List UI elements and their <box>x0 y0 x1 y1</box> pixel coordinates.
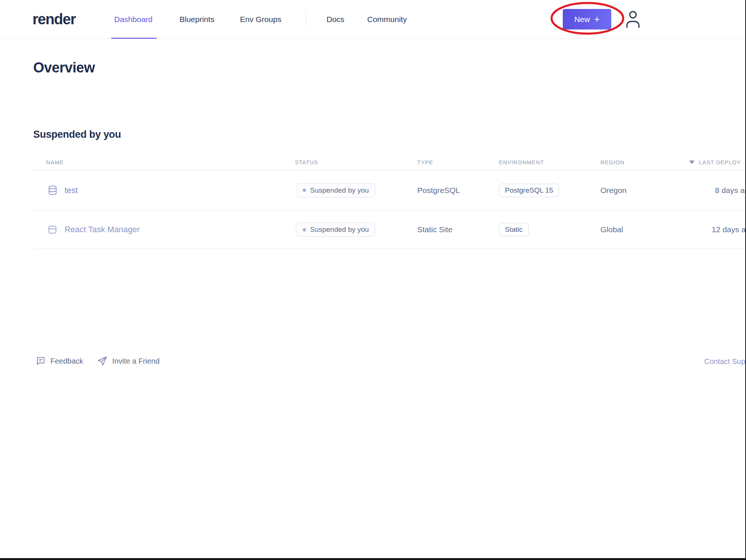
column-header-type[interactable]: TYPE <box>417 159 433 165</box>
column-header-environment[interactable]: ENVIRONMENT <box>499 159 544 165</box>
status-cell: Suspended by you <box>296 183 375 197</box>
invite-a-friend-link[interactable]: Invite a Friend <box>97 356 160 366</box>
column-header-last-deploy[interactable]: LAST DEPLOY <box>689 159 741 165</box>
sort-descending-icon <box>689 161 695 164</box>
nav-community-label: Community <box>367 15 407 24</box>
nav-docs-label: Docs <box>327 15 344 24</box>
nav-item-env-groups[interactable]: Env Groups <box>240 0 281 38</box>
section-title-suspended: Suspended by you <box>33 129 121 140</box>
type-cell: Static Site <box>417 225 453 234</box>
status-dot-icon <box>303 189 306 192</box>
status-badge: Suspended by you <box>296 223 375 237</box>
footer: Feedback Invite a Friend <box>36 354 160 368</box>
service-name-link[interactable]: test <box>65 186 78 195</box>
region-cell: Oregon <box>600 186 627 195</box>
table-row[interactable]: test Suspended by you PostgreSQL Postgre… <box>33 170 746 211</box>
render-dashboard-page: render Dashboard Blueprints Env Groups D… <box>0 0 746 560</box>
render-logo[interactable]: render <box>32 0 76 38</box>
page-title: Overview <box>33 60 95 76</box>
column-header-last-deploy-label: LAST DEPLOY <box>699 159 741 165</box>
feedback-label: Feedback <box>50 357 83 365</box>
new-button[interactable]: New + <box>563 9 611 29</box>
table-row[interactable]: React Task Manager Suspended by you Stat… <box>33 211 746 249</box>
nav-dashboard-label: Dashboard <box>114 15 153 24</box>
status-badge-label: Suspended by you <box>310 225 369 234</box>
environment-badge-label: Static <box>505 225 523 234</box>
contact-support-link[interactable]: Contact Support <box>704 357 746 366</box>
nav-item-community[interactable]: Community <box>367 0 407 38</box>
environment-badge-label: PostgreSQL 15 <box>505 186 553 195</box>
static-site-icon <box>48 225 57 234</box>
last-deploy-cell: 8 days ago <box>715 186 746 195</box>
nav-item-dashboard[interactable]: Dashboard <box>114 0 153 38</box>
invite-label: Invite a Friend <box>112 357 160 365</box>
person-icon <box>625 10 641 28</box>
status-badge-label: Suspended by you <box>310 186 369 195</box>
environment-cell: Static <box>499 223 529 236</box>
status-badge: Suspended by you <box>296 183 375 197</box>
feedback-bubble-icon <box>36 356 46 366</box>
service-name-link[interactable]: React Task Manager <box>65 225 140 234</box>
nav-env-groups-label: Env Groups <box>240 15 281 24</box>
user-avatar-button[interactable] <box>625 10 641 28</box>
top-navigation-bar: render Dashboard Blueprints Env Groups D… <box>0 0 746 39</box>
environment-badge: Static <box>499 223 529 236</box>
plus-icon: + <box>594 14 600 24</box>
services-table: NAME STATUS TYPE ENVIRONMENT REGION LAST… <box>33 157 746 249</box>
window-bottom-edge <box>0 558 746 560</box>
nav-item-blueprints[interactable]: Blueprints <box>180 0 214 38</box>
type-cell: PostgreSQL <box>417 186 460 195</box>
column-header-status[interactable]: STATUS <box>295 159 318 165</box>
nav-divider <box>306 11 306 28</box>
new-button-label: New <box>574 15 590 24</box>
environment-badge: PostgreSQL 15 <box>499 184 559 197</box>
status-cell: Suspended by you <box>296 223 375 237</box>
nav-item-docs[interactable]: Docs <box>327 0 344 38</box>
column-header-region[interactable]: REGION <box>600 159 625 165</box>
column-header-name[interactable]: NAME <box>46 159 64 165</box>
feedback-link[interactable]: Feedback <box>36 356 83 366</box>
environment-cell: PostgreSQL 15 <box>499 184 559 197</box>
nav-blueprints-label: Blueprints <box>180 15 214 24</box>
last-deploy-cell: 12 days ago <box>712 225 746 234</box>
paper-plane-icon <box>97 356 107 366</box>
database-icon <box>48 185 57 195</box>
status-dot-icon <box>303 228 306 231</box>
region-cell: Global <box>600 225 623 234</box>
table-header-row: NAME STATUS TYPE ENVIRONMENT REGION LAST… <box>33 157 746 170</box>
active-tab-underline <box>111 38 157 39</box>
